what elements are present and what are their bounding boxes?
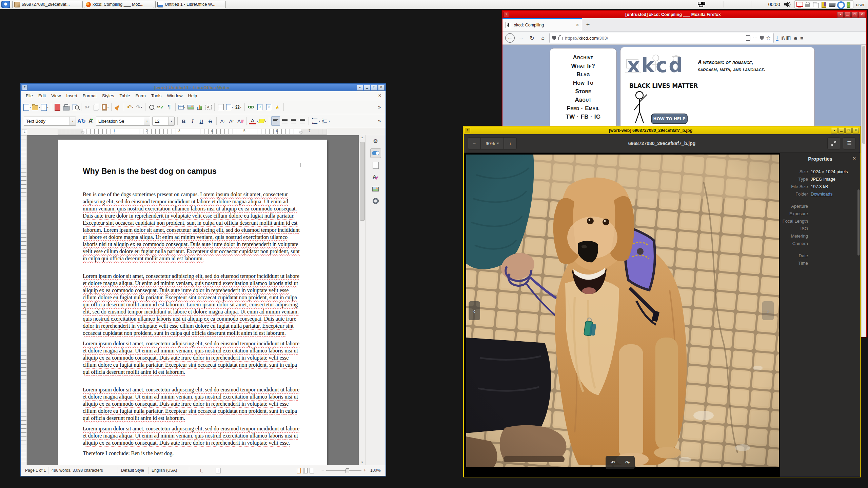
right-indent-marker[interactable] [299,132,302,134]
scrollbar-thumb[interactable] [862,46,865,144]
menu-hamburger-icon[interactable]: ≡ [800,35,803,41]
insert-hyperlink-button[interactable] [247,103,255,111]
zoom-out-button[interactable]: − [468,137,481,149]
zoom-in-button[interactable]: + [504,137,517,149]
qubes-logo-icon[interactable] [837,1,844,7]
undo-button[interactable]: ↶▾ [126,103,134,111]
xkcd-nav-about[interactable]: About [550,96,616,104]
firefox-titlebar[interactable]: ▾ [untrusted] xkcd: Compiling ___ Mozill… [502,11,866,18]
paragraph-style-combo[interactable]: Text Body▾ [24,117,76,126]
device-icon[interactable] [821,1,827,7]
print-button[interactable] [62,103,70,111]
close-button[interactable]: ✕ [852,128,859,134]
save-button[interactable]: ↓▾ [41,103,49,111]
document-page[interactable]: Why Ben is the best dog on campus Ben is… [58,140,327,465]
url-bar[interactable]: https://xkcd.com/303/ ⋯ ☆ [549,33,774,43]
italic-button[interactable]: I [189,117,197,125]
panel-scrollbar[interactable] [857,189,860,256]
home-button[interactable]: ⌂ [538,34,547,42]
highlight-color-button[interactable]: ▾ [259,117,267,125]
strikethrough-button[interactable]: S [206,117,214,125]
shade-button[interactable]: ▴ [837,12,844,18]
next-image-button[interactable]: › [762,301,774,320]
sidebar-page-icon[interactable] [371,161,381,170]
xkcd-nav-feed-email[interactable]: Feed · Email [550,104,616,113]
minimize-button[interactable]: ▁ [844,12,851,18]
status-paragraph-style[interactable]: Default Style [121,468,144,473]
zoom-slider-knob[interactable] [346,468,349,473]
prop-folder-link[interactable]: Downloads [811,191,832,197]
single-page-view-icon[interactable] [297,468,301,473]
account-icon[interactable]: ☻ [793,35,798,41]
print-preview-button[interactable] [71,103,79,111]
disk-icon[interactable] [829,1,835,7]
minimize-button[interactable]: ▁ [838,128,845,134]
library-icon[interactable]: ॥\ [781,35,784,41]
pocket-icon[interactable] [760,36,764,40]
battery-icon[interactable] [845,1,852,7]
font-color-button[interactable]: A▾ [249,117,258,125]
window-menu-icon[interactable]: ▾ [22,85,27,90]
maximize-button[interactable]: □ [371,85,377,90]
insert-footnote-button[interactable]: 1 [256,103,264,111]
tab-xkcd[interactable]: xkcd: Compiling ✕ [502,18,582,31]
tracking-shield-icon[interactable] [552,36,556,40]
status-wordcount[interactable]: 486 words, 3,098 characters [52,468,103,473]
spellcheck-button[interactable]: ab✓ [156,103,164,111]
close-button[interactable]: ✕ [378,85,384,90]
qubes-domains-icon[interactable] [796,1,803,7]
superscript-button[interactable]: A2 [219,117,227,125]
sidebar-gallery-icon[interactable] [371,185,381,194]
close-document-icon[interactable]: ✕ [378,93,383,98]
shade-button[interactable]: ▴ [831,128,837,134]
export-pdf-button[interactable] [53,103,61,111]
menu-file[interactable]: File [23,93,36,98]
back-button[interactable]: ← [505,33,515,43]
lock-icon[interactable] [804,1,811,7]
horizontal-ruler[interactable]: 1 2 3 4 5 6 7 [58,129,327,135]
multi-page-view-icon[interactable] [303,468,308,473]
insert-image-button[interactable] [186,103,195,111]
paste-button[interactable]: ▾ [101,103,109,111]
scrollbar-thumb[interactable] [360,142,365,221]
sidebar-properties-icon[interactable] [370,148,381,158]
volume-icon[interactable] [784,1,791,7]
xkcd-nav-store[interactable]: Store [550,87,616,96]
previous-image-button[interactable]: ‹ [469,301,480,320]
bold-button[interactable]: B [180,117,188,125]
tab-stop-selector[interactable]: L [22,129,27,134]
zoom-in-icon[interactable]: + [363,468,366,473]
insert-chart-button[interactable] [195,103,203,111]
toolbar-overflow-button[interactable]: » [375,103,383,111]
insert-textbox-button[interactable]: A [204,103,212,111]
writer-titlebar[interactable]: ▾ [work] Untitled 1 - LibreOffice Writer… [21,84,386,91]
subscript-button[interactable]: A2 [228,117,236,125]
sidebar-toggle-icon[interactable]: ◧ [786,35,791,41]
fullscreen-button[interactable] [827,137,840,149]
minimize-button[interactable]: ▁ [364,85,370,90]
status-page[interactable]: Page 1 of 1 [25,468,46,473]
menu-form[interactable]: Form [133,93,148,98]
reload-button[interactable]: ↻ [528,34,536,42]
find-replace-button[interactable] [147,103,156,111]
shade-button[interactable]: ▴ [357,85,363,90]
align-right-button[interactable] [290,117,298,125]
browser-scrollbar[interactable] [861,45,866,337]
xkcd-nav-social[interactable]: TW · FB · IG [550,113,616,121]
align-center-button[interactable] [281,117,289,125]
xkcd-nav-whatif[interactable]: What If? [550,62,616,70]
page-actions-icon[interactable]: ⋯ [753,35,758,41]
insert-table-button[interactable]: ▾ [178,103,186,111]
zoom-slider[interactable] [326,470,361,471]
dog-photo[interactable] [466,155,779,467]
sidebar-styles-icon[interactable]: A [371,173,381,182]
numbered-list-button[interactable]: 1—2—▾ [321,117,330,125]
how-to-help-button[interactable]: HOW TO HELP [651,114,688,124]
new-style-button[interactable]: A+ [86,117,95,125]
save-state-icon[interactable]: ↓ [216,468,221,473]
zoom-out-icon[interactable]: − [321,468,324,473]
workspace-switcher-icon[interactable] [698,2,705,7]
menu-help[interactable]: Help [185,93,200,98]
properties-close-icon[interactable]: ✕ [852,156,856,161]
taskbar-button-image[interactable]: 6968727080_29ecef8af... [12,1,83,8]
